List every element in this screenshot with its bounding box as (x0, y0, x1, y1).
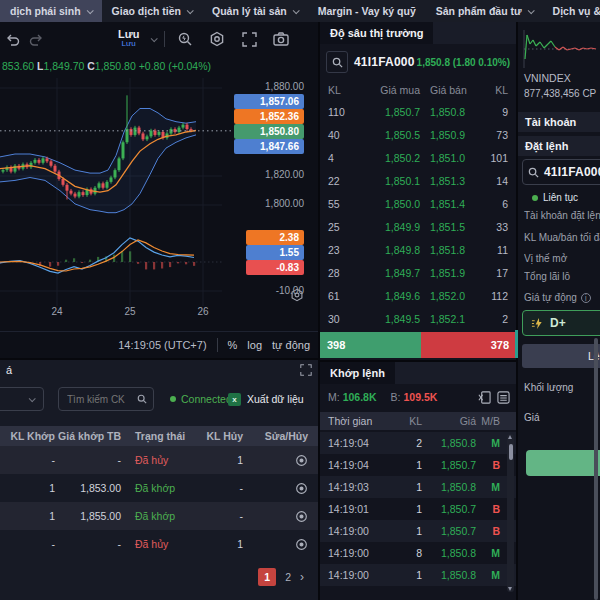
index-name: VNINDEX (524, 72, 571, 84)
orders-tab-partial[interactable]: á (6, 364, 12, 376)
depth-symbol[interactable]: 41I1FA000 (354, 55, 415, 69)
tab-market-depth[interactable]: Độ sâu thị trường (320, 22, 433, 44)
percent-scale-button[interactable]: % (228, 339, 238, 351)
buy-button[interactable] (526, 450, 600, 476)
save-layout-button[interactable]: Lưu Lưu (118, 29, 156, 49)
ticker-search-input[interactable] (59, 394, 137, 405)
depth-row[interactable]: 281,849.71,851.917 (320, 261, 516, 284)
depth-row[interactable]: 611,849.61,852.0112 (320, 284, 516, 307)
matched-stats-row: M:106.8K B:109.5K (328, 388, 510, 406)
menu-item-margin[interactable]: Margin - Vay ký quỹ (308, 0, 426, 22)
excel-icon: x (228, 393, 241, 406)
snapshot-camera-icon[interactable] (269, 28, 293, 50)
trade-time: 14:19:00 (328, 525, 386, 537)
scrollbar[interactable] (507, 434, 514, 592)
order-row[interactable]: 11,853.00Đã khớp- (0, 474, 318, 502)
orders-rows: --Đã hủy111,853.00Đã khớp-11,855.00Đã kh… (0, 446, 318, 558)
trade-side: M (476, 547, 500, 559)
macd-signal-badge: -0.83 (246, 260, 304, 275)
depth-row[interactable]: 1101,850.71,850.89 (320, 100, 516, 123)
matched-row[interactable]: 14:19:0011,850.7B (320, 520, 516, 542)
matched-row[interactable]: 14:19:0111,850.7B (320, 498, 516, 520)
view-detail-eye-icon[interactable] (295, 482, 308, 495)
depth-symbol-row: 41I1FA000 1,850.8 (1.80 0.10%) (326, 50, 510, 74)
depth-row[interactable]: 301,849.51,852.12 (320, 307, 516, 330)
log-scale-button[interactable]: log (247, 339, 262, 351)
order-row[interactable]: --Đã hủy1 (0, 530, 318, 558)
depth-row[interactable]: 41,850.21,851.0101 (320, 146, 516, 169)
order-type-tab[interactable]: Lệnh (522, 344, 600, 368)
order-row[interactable]: 11,855.00Đã khớp- (0, 502, 318, 530)
fullscreen-icon[interactable] (237, 28, 261, 50)
matched-row[interactable]: 14:19:0421,850.8M (320, 432, 516, 454)
menu-item-assets[interactable]: Quản lý tài sản (202, 0, 308, 22)
order-row[interactable]: --Đã hủy1 (0, 446, 318, 474)
menu-item-products[interactable]: Sản phẩm đầu tư (426, 0, 543, 22)
chevron-down-icon (29, 395, 36, 402)
ask-price: 1,851.8 (420, 244, 484, 256)
menu-item-services[interactable]: Dịch vụ & Tiện ích (543, 0, 600, 22)
export-excel-icon[interactable] (478, 391, 491, 404)
ohlc-readout: 853.60 L1,849.70 C1,850.80 +0.80 (+0.04%… (2, 60, 211, 72)
next-page-icon[interactable]: › (300, 570, 304, 584)
page-scrollbar[interactable] (594, 338, 598, 600)
trade-price: 1,850.7 (422, 459, 476, 471)
redo-icon[interactable] (24, 28, 48, 50)
depth-row[interactable]: 551,850.01,851.46 (320, 192, 516, 215)
list-view-icon[interactable] (497, 391, 510, 404)
depth-row[interactable]: 251,849.91,851.533 (320, 215, 516, 238)
page-1-button[interactable]: 1 (258, 568, 276, 586)
tab-matched-orders[interactable]: Khớp lệnh (320, 362, 395, 384)
price-axis-label: 1,800.00 (230, 198, 304, 209)
export-data-button[interactable]: x Xuất dữ liệu (228, 393, 304, 406)
matched-row[interactable]: 14:19:0011,850.8M (320, 564, 516, 586)
scroll-thumb[interactable] (509, 444, 513, 460)
chevron-down-icon (292, 7, 299, 14)
matched-row[interactable]: 14:19:0311,850.8M (320, 476, 516, 498)
depth-row[interactable]: 221,850.11,851.314 (320, 169, 516, 192)
avg-matched-price: - (55, 454, 121, 466)
trade-side: M (476, 437, 500, 449)
depth-rows: 1101,850.71,850.89401,850.51,850.97341,8… (320, 100, 516, 330)
quick-search-icon[interactable] (173, 28, 197, 50)
page-2-button[interactable]: 2 (285, 571, 291, 583)
undo-icon[interactable] (0, 28, 24, 50)
matched-orders-panel: Khớp lệnh M:106.8K B:109.5K Thời gian KL… (320, 362, 516, 600)
order-symbol-box[interactable]: 41I1FA000 (522, 159, 600, 185)
ticker-search-box (58, 387, 154, 411)
panel-resize-handle[interactable] (515, 330, 518, 358)
trade-price: 1,850.7 (422, 525, 476, 537)
quick-order-button[interactable]: D+ (522, 310, 600, 336)
scroll-up-icon[interactable] (508, 435, 512, 439)
time-axis-tick: 26 (193, 306, 213, 317)
ask-volume: 9 (484, 106, 508, 118)
view-detail-eye-icon[interactable] (295, 454, 308, 467)
order-type-dropdown[interactable] (0, 387, 44, 411)
settings-gear-icon[interactable] (205, 28, 229, 50)
bid-price: 1,849.6 (362, 290, 420, 302)
trade-time: 14:19:01 (328, 503, 386, 515)
search-icon[interactable] (326, 51, 348, 73)
expand-icon[interactable] (300, 364, 312, 376)
scroll-down-icon[interactable] (508, 587, 512, 591)
trade-volume: 1 (386, 459, 422, 471)
view-detail-eye-icon[interactable] (295, 538, 308, 551)
indicator-gear-icon[interactable] (290, 288, 304, 302)
section-account[interactable]: Tài khoản (518, 112, 600, 132)
auto-scale-button[interactable]: tự động (272, 339, 310, 351)
menu-item-derivatives[interactable]: dịch phái sinh (0, 0, 102, 22)
orders-tabrow: á (0, 360, 318, 380)
view-detail-eye-icon[interactable] (295, 510, 308, 523)
depth-row[interactable]: 401,850.51,850.973 (320, 123, 516, 146)
ask-volume: 6 (484, 198, 508, 210)
depth-row[interactable]: 231,849.81,851.811 (320, 238, 516, 261)
total-buy-volume: 398 (320, 332, 421, 358)
trade-price: 1,850.8 (422, 437, 476, 449)
info-icon[interactable]: i (581, 293, 591, 303)
matched-row[interactable]: 14:19:0411,850.7B (320, 454, 516, 476)
price-axis-label: 1,880.00 (230, 81, 304, 92)
bid-volume: 25 (328, 221, 362, 233)
menu-item-cash[interactable]: Giao dịch tiền (102, 0, 202, 22)
section-place-order[interactable]: Đặt lệnh (518, 136, 600, 156)
matched-row[interactable]: 14:19:0081,850.8M (320, 542, 516, 564)
